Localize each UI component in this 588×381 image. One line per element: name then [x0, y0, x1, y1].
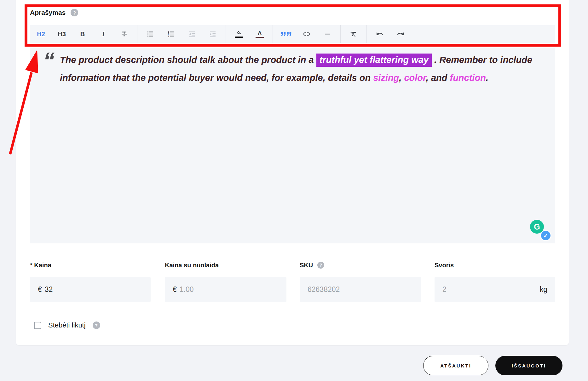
editor-toolbar: H2 H3 B I 1 [30, 25, 555, 43]
price-label: * Kaina [30, 262, 51, 269]
heading2-icon: H2 [37, 31, 45, 38]
toolbar-group-headings: H2 H3 B I [32, 26, 133, 43]
bullet-list-icon [147, 30, 154, 38]
sku-placeholder: 62638202 [308, 285, 340, 294]
numbered-list-icon: 1 2 3 [167, 30, 175, 38]
text-segment: . [486, 73, 488, 83]
clear-formatting-button[interactable] [345, 26, 362, 43]
currency-prefix: € [173, 285, 177, 294]
cancel-button[interactable]: ATŠAUKTI [423, 356, 488, 375]
text-segment-pink: sizing [373, 73, 399, 83]
text-segment-pink: function [450, 73, 486, 83]
horizontal-rule-icon [324, 30, 331, 38]
weight-field: Svoris 2 kg [435, 261, 555, 302]
heading3-button[interactable]: H3 [53, 26, 70, 43]
clear-formatting-icon [350, 30, 357, 38]
svg-text:3: 3 [168, 35, 169, 38]
sku-help-icon[interactable]: ? [317, 262, 324, 269]
currency-prefix: € [38, 285, 42, 294]
sale-price-placeholder: 1.00 [180, 285, 194, 294]
weight-unit: kg [540, 285, 547, 294]
redo-icon [397, 30, 404, 38]
description-label-row: Aprašymas ? [30, 9, 78, 16]
redo-button[interactable] [392, 26, 409, 43]
product-edit-form: Aprašymas ? H2 H3 B I [0, 0, 588, 381]
undo-icon [376, 30, 383, 38]
price-input[interactable]: € 32 [30, 277, 151, 302]
outdent-button[interactable] [183, 26, 200, 43]
toolbar-group-colors: A [230, 26, 268, 43]
italic-button[interactable]: I [95, 26, 112, 43]
weight-placeholder: 2 [442, 285, 447, 294]
description-text: The product description should talk abou… [60, 51, 540, 87]
track-inventory-label: Stebėti likutį [48, 321, 86, 329]
sale-price-label: Kaina su nuolaida [165, 262, 219, 269]
text-segment: The product description should talk abou… [60, 55, 316, 65]
numbered-list-button[interactable]: 1 2 3 [163, 26, 180, 43]
blockquote-mark: “ [43, 49, 54, 72]
heading3-icon: H3 [58, 31, 66, 38]
toolbar-group-history [371, 26, 409, 43]
sale-price-input[interactable]: € 1.00 [165, 277, 286, 302]
weight-input[interactable]: 2 kg [435, 277, 555, 302]
text-segment: , [399, 73, 404, 83]
toolbar-divider [137, 25, 137, 43]
blockquote-icon: ”” [280, 34, 291, 39]
highlighted-text: truthful yet flattering way [316, 54, 432, 67]
undo-button[interactable] [371, 26, 388, 43]
outdent-icon [188, 30, 196, 38]
text-segment: , and [426, 73, 450, 83]
toolbar-divider [366, 25, 367, 43]
text-segment-pink: color [404, 73, 426, 83]
text-color-button[interactable]: A [251, 26, 268, 43]
link-icon [303, 30, 310, 38]
toolbar-divider [226, 25, 226, 43]
toolbar-divider [273, 25, 273, 43]
bold-icon: B [80, 31, 85, 38]
sku-field: SKU ? 62638202 [300, 261, 421, 302]
bold-button[interactable]: B [74, 26, 91, 43]
toolbar-group-clear [345, 26, 362, 43]
toolbar-divider [340, 25, 341, 43]
track-inventory-row: Stebėti likutį ? [34, 321, 100, 329]
fill-color-swatch [235, 37, 243, 38]
price-value: 32 [45, 285, 53, 294]
description-label: Aprašymas [30, 9, 66, 16]
italic-icon: I [102, 30, 105, 38]
track-inventory-help-icon[interactable]: ? [93, 321, 100, 329]
save-button[interactable]: IŠSAUGOTI [495, 356, 562, 375]
sku-input[interactable]: 62638202 [300, 277, 421, 302]
description-help-icon[interactable]: ? [71, 9, 78, 16]
fill-color-button[interactable] [230, 26, 247, 43]
sale-price-field: Kaina su nuolaida € 1.00 [165, 261, 286, 302]
grammarly-check-icon[interactable]: ✓ [540, 230, 551, 241]
indent-button[interactable] [204, 26, 221, 43]
text-color-icon: A [257, 30, 262, 36]
horizontal-rule-button[interactable] [319, 26, 336, 43]
indent-icon [209, 30, 216, 38]
weight-label: Svoris [435, 262, 454, 269]
blockquote-button[interactable]: ”” [277, 26, 294, 43]
strikethrough-icon [120, 30, 128, 38]
sku-label: SKU [300, 262, 313, 269]
link-button[interactable] [298, 26, 315, 43]
price-field: * Kaina € 32 [30, 261, 151, 302]
bullet-list-button[interactable] [142, 26, 159, 43]
heading2-button[interactable]: H2 [32, 26, 49, 43]
toolbar-group-lists: 1 2 3 [142, 26, 221, 43]
text-color-swatch [256, 37, 264, 38]
fill-color-icon [236, 31, 242, 36]
strikethrough-button[interactable] [116, 26, 133, 43]
description-editor[interactable]: “ The product description should talk ab… [30, 48, 555, 243]
track-inventory-checkbox[interactable] [34, 322, 41, 329]
toolbar-group-insert: ”” [277, 26, 336, 43]
